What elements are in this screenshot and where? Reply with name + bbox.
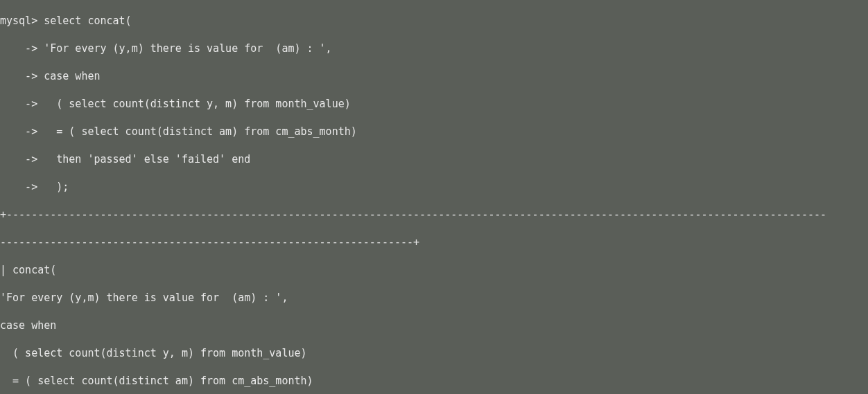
table-header: | concat( — [0, 263, 868, 277]
terminal-window[interactable]: mysql> select concat( -> 'For every (y,m… — [0, 0, 868, 394]
table-header: = ( select count(distinct am) from cm_ab… — [0, 374, 868, 388]
prompt-line: mysql> select concat( — [0, 14, 868, 28]
table-header: ( select count(distinct y, m) from month… — [0, 346, 868, 360]
table-header: case when — [0, 319, 868, 332]
table-border: ----------------------------------------… — [0, 235, 868, 249]
table-border: +---------------------------------------… — [0, 208, 868, 222]
continuation-line: -> ( select count(distinct y, m) from mo… — [0, 97, 868, 111]
continuation-line: -> ); — [0, 180, 868, 194]
continuation-line: -> 'For every (y,m) there is value for (… — [0, 42, 868, 55]
continuation-line: -> case when — [0, 69, 868, 83]
continuation-line: -> then 'passed' else 'failed' end — [0, 152, 868, 166]
table-header: 'For every (y,m) there is value for (am)… — [0, 291, 868, 305]
continuation-line: -> = ( select count(distinct am) from cm… — [0, 125, 868, 138]
